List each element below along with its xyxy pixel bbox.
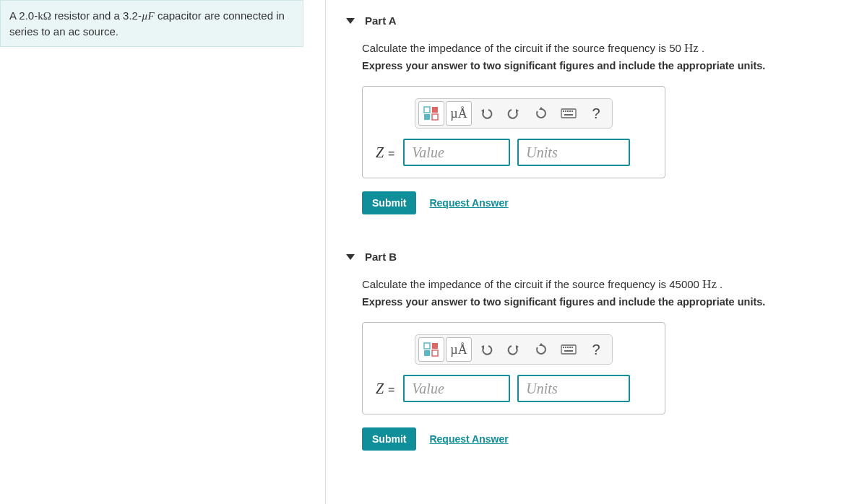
part-a-toolbar: µÅ ? bbox=[415, 98, 613, 129]
svg-rect-6 bbox=[565, 110, 566, 112]
part-a-value-input[interactable] bbox=[403, 139, 510, 166]
svg-rect-8 bbox=[569, 110, 571, 112]
collapse-icon bbox=[346, 18, 355, 24]
keyboard-icon[interactable] bbox=[556, 101, 582, 126]
svg-rect-1 bbox=[432, 107, 438, 113]
part-b-submit-button[interactable]: Submit bbox=[362, 427, 416, 451]
svg-rect-21 bbox=[564, 350, 573, 352]
svg-rect-19 bbox=[569, 347, 571, 348]
collapse-icon bbox=[346, 254, 355, 260]
part-b: Part B Calculate the impedance of the ci… bbox=[333, 236, 867, 472]
svg-rect-13 bbox=[424, 350, 430, 356]
kohm-unit: kΩ bbox=[38, 10, 51, 22]
part-b-header[interactable]: Part B bbox=[333, 246, 867, 277]
part-a-hint: Express your answer to two significant f… bbox=[362, 60, 867, 71]
part-a-answer-box: µÅ ? bbox=[362, 86, 665, 178]
svg-rect-20 bbox=[571, 347, 573, 348]
undo-icon[interactable] bbox=[473, 101, 499, 126]
svg-rect-16 bbox=[563, 347, 564, 348]
special-chars-button[interactable]: µÅ bbox=[446, 337, 472, 362]
part-b-hint: Express your answer to two significant f… bbox=[362, 296, 867, 308]
svg-rect-7 bbox=[567, 110, 569, 112]
keyboard-icon[interactable] bbox=[556, 337, 582, 362]
svg-rect-15 bbox=[561, 345, 576, 354]
svg-rect-14 bbox=[432, 350, 438, 356]
help-icon[interactable]: ? bbox=[583, 337, 609, 362]
svg-rect-3 bbox=[432, 114, 438, 120]
reset-icon[interactable] bbox=[528, 101, 554, 126]
part-b-title: Part B bbox=[365, 251, 397, 263]
templates-icon[interactable] bbox=[418, 337, 444, 362]
reset-icon[interactable] bbox=[528, 337, 554, 362]
templates-icon[interactable] bbox=[418, 101, 444, 126]
part-b-value-input[interactable] bbox=[403, 375, 510, 402]
redo-icon[interactable] bbox=[501, 101, 527, 126]
part-a-units-input[interactable] bbox=[517, 139, 630, 166]
part-a-title: Part A bbox=[365, 14, 397, 27]
svg-rect-4 bbox=[561, 109, 576, 118]
part-b-units-input[interactable] bbox=[517, 375, 630, 402]
part-a: Part A Calculate the impedance of the ci… bbox=[333, 0, 867, 236]
svg-rect-11 bbox=[424, 343, 430, 349]
redo-icon[interactable] bbox=[501, 337, 527, 362]
special-chars-button[interactable]: µÅ bbox=[446, 101, 472, 126]
svg-rect-18 bbox=[567, 347, 569, 348]
part-b-prompt: Calculate the impedance of the circuit i… bbox=[362, 277, 867, 292]
problem-statement: A 2.0-kΩ resistor and a 3.2-µF capacitor… bbox=[0, 0, 303, 47]
svg-rect-17 bbox=[565, 347, 566, 348]
undo-icon[interactable] bbox=[473, 337, 499, 362]
variable-label: Z = bbox=[376, 144, 394, 161]
svg-rect-2 bbox=[424, 114, 430, 120]
svg-rect-0 bbox=[424, 107, 430, 113]
help-icon[interactable]: ? bbox=[583, 101, 609, 126]
part-a-submit-button[interactable]: Submit bbox=[362, 191, 416, 214]
part-b-request-answer-link[interactable]: Request Answer bbox=[429, 433, 508, 445]
svg-rect-12 bbox=[432, 343, 438, 349]
svg-rect-10 bbox=[564, 114, 573, 116]
svg-rect-9 bbox=[571, 110, 573, 112]
part-a-request-answer-link[interactable]: Request Answer bbox=[429, 197, 508, 209]
part-a-header[interactable]: Part A bbox=[333, 10, 867, 41]
problem-text: A 2.0- bbox=[9, 9, 38, 22]
part-b-answer-box: µÅ ? bbox=[362, 322, 665, 414]
variable-label: Z = bbox=[376, 381, 394, 397]
part-b-toolbar: µÅ ? bbox=[415, 334, 613, 365]
part-a-prompt: Calculate the impedance of the circuit i… bbox=[362, 41, 867, 56]
svg-rect-5 bbox=[563, 110, 564, 112]
muF-unit: µF bbox=[142, 10, 155, 22]
